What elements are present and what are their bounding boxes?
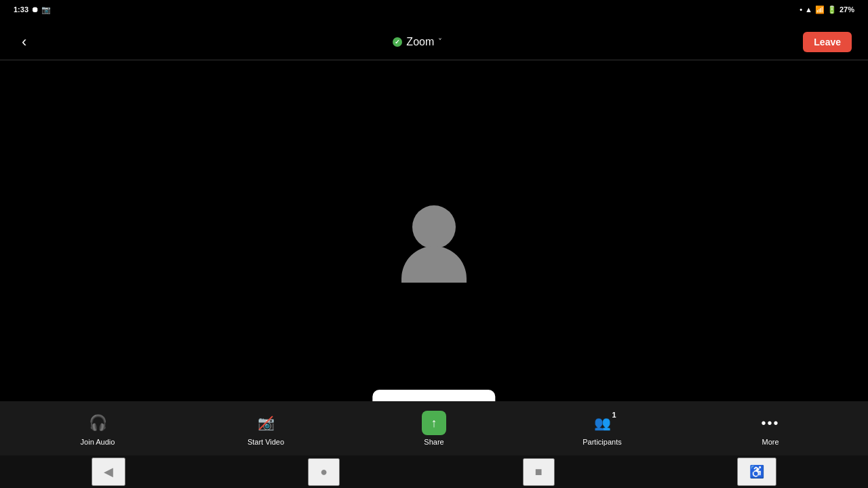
user-avatar	[401, 205, 467, 283]
bottom-toolbar: 🎧 Join Audio 📷 Start Video ↑ Share 👥 1 P…	[0, 401, 868, 455]
wifi-icon: 📶	[815, 5, 825, 14]
participants-icon-container: 👥 1	[590, 411, 614, 435]
participants-count-badge: 1	[612, 411, 616, 419]
battery-icon: 🔋	[827, 5, 837, 14]
more-label: More	[762, 438, 778, 446]
chevron-down-icon: ˅	[438, 37, 442, 47]
share-icon-container: ↑	[422, 411, 446, 435]
main-content	[0, 60, 868, 428]
more-dots-icon: •••	[761, 415, 779, 431]
android-recent-button[interactable]: ■	[523, 458, 555, 486]
share-arrow-icon: ↑	[431, 416, 437, 430]
avatar-head	[412, 205, 456, 249]
participants-icon: 👥 1	[594, 415, 611, 431]
status-bar-right: • ▲ 📶 🔋 27%	[800, 5, 854, 14]
more-button[interactable]: ••• More	[750, 411, 791, 446]
status-bar-time: 1:33	[14, 5, 28, 14]
status-bar: 1:33 ⏺ 📷 • ▲ 📶 🔋 27%	[0, 0, 868, 19]
battery-percent: 27%	[840, 5, 854, 14]
join-audio-label: Join Audio	[81, 438, 115, 446]
participants-label: Participants	[583, 438, 621, 446]
top-nav: ‹ Zoom ˅ Leave	[0, 24, 868, 60]
share-icon-bg: ↑	[422, 411, 446, 435]
participants-button[interactable]: 👥 1 Participants	[582, 411, 623, 446]
camera-status-icon: 📷	[41, 5, 51, 14]
dot-icon: •	[800, 5, 802, 14]
android-home-button[interactable]: ●	[308, 458, 340, 486]
start-video-button[interactable]: 📷 Start Video	[245, 411, 286, 446]
join-audio-button[interactable]: 🎧 Join Audio	[77, 411, 118, 446]
more-icon-container: •••	[758, 411, 783, 435]
signal-icon: ▲	[805, 5, 812, 14]
start-video-label: Start Video	[248, 438, 284, 446]
meeting-title-text: Zoom	[406, 36, 434, 48]
android-nav-bar: ◀ ● ■ ♿	[0, 455, 868, 488]
android-back-button[interactable]: ◀	[92, 458, 125, 486]
share-button[interactable]: ↑ Share	[414, 411, 454, 446]
join-audio-icon-container: 🎧	[85, 411, 110, 435]
leave-button[interactable]: Leave	[803, 32, 852, 52]
share-label: Share	[424, 438, 443, 446]
meeting-title-area[interactable]: Zoom ˅	[393, 36, 442, 48]
back-button[interactable]: ‹	[16, 30, 32, 54]
start-video-icon-container: 📷	[254, 411, 278, 435]
status-bar-left: 1:33 ⏺ 📷	[14, 5, 51, 14]
security-indicator-icon	[393, 37, 402, 47]
android-accessibility-button[interactable]: ♿	[737, 458, 776, 486]
headphones-icon: 🎧	[89, 414, 107, 432]
avatar-body	[401, 246, 467, 283]
record-icon: ⏺	[31, 5, 39, 14]
